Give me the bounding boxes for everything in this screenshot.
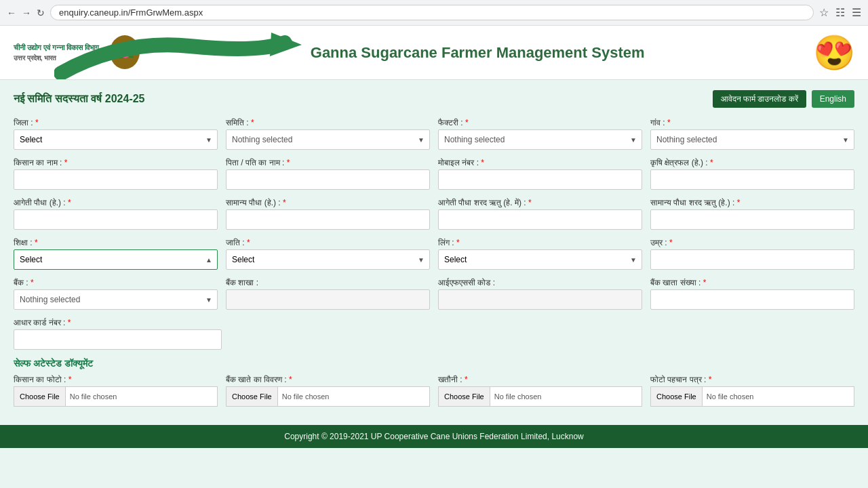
shiksha-label: शिक्षा : * [14,238,218,247]
photo-pehchan-choose-btn[interactable]: Choose File [651,387,703,406]
reload-btn[interactable]: ↻ [37,7,45,18]
shiksha-select[interactable]: Select [14,249,218,270]
aadhar-input[interactable] [14,329,222,350]
kisan-naam-label: किसान का नाम : * [14,158,218,167]
gaon-label: गांव : * [650,118,854,127]
photo-pehchan-label: फोटो पहचान पत्र : * [650,375,854,384]
menu-icon[interactable]: ☰ [852,6,861,19]
ling-select[interactable]: Select [438,249,642,270]
khatauni-label: खतौनी : * [438,375,642,384]
reader-icon[interactable]: ☷ [835,6,845,19]
aadhar-label: आधार कार्ड नंबर : * [14,318,222,327]
form-header: नई समिति सदस्यता वर्ष 2024-25 आवेदन फार्… [14,90,854,108]
umra-group: उम्र : * [650,238,854,270]
gaon-group: गांव : * Nothing selected ▼ [650,118,854,150]
form-row-5: बैंक : * Nothing selected ▼ बैंक शाखा : … [14,278,854,310]
kisan-photo-label: किसान का फोटो : * [14,375,218,384]
ageti-sharad-input[interactable] [438,209,642,230]
mobile-label: मोबाइल नंबर : * [438,158,642,167]
khatauni-choose-btn[interactable]: Choose File [439,387,490,406]
ling-label: लिंग : * [438,238,642,247]
mobile-group: मोबाइल नंबर : * [438,158,642,190]
header-buttons: आवेदन फार्म डाउनलोड करें English [713,90,854,108]
bank-vivaran-file-wrapper: Choose File No file chosen [226,386,430,407]
header: चीनी उद्योग एवं गन्ना विकास विभाग उत्तर … [0,26,868,80]
samanya-sharad-input[interactable] [650,209,854,230]
umra-input[interactable] [650,249,854,270]
footer-text: Copyright © 2019-2021 UP Cooperative Can… [284,432,584,441]
jati-select[interactable]: Select [226,249,430,270]
ageti-sharad-group: आगेती पौधा शरद ऋतु (हे. में) : * [438,198,642,230]
krishi-input[interactable] [650,169,854,190]
krishi-group: कृषि क्षेत्रफल (हे.) : * [650,158,854,190]
english-button[interactable]: English [812,90,854,108]
jati-select-wrapper: Select ▼ [226,249,430,270]
photo-pehchan-file-wrapper: Choose File No file chosen [650,386,854,407]
form-row-6: आधार कार्ड नंबर : * [14,318,854,350]
ifsc-input[interactable] [438,289,642,310]
gaon-select[interactable]: Nothing selected [650,129,854,150]
form-row-7: किसान का फोटो : * Choose File No file ch… [14,375,854,407]
shiksha-group: शिक्षा : * Select ▲ [14,238,218,270]
ifsc-label: आईएफएससी कोड : [438,278,642,287]
pita-naam-label: पिता / पति का नाम : * [226,158,430,167]
download-button[interactable]: आवेदन फार्म डाउनलोड करें [713,90,806,108]
star-icon[interactable]: ☆ [819,6,829,19]
bank-vivaran-choose-btn[interactable]: Choose File [226,387,278,406]
samanya-group: सामान्य पौधा (हे.) : * [226,198,430,230]
krishi-label: कृषि क्षेत्रफल (हे.) : * [650,158,854,167]
ling-group: लिंग : * Select ▼ [438,238,642,270]
factory-label: फैक्टरी : * [438,118,642,127]
back-btn[interactable]: ← [7,7,16,18]
ageti-input[interactable] [14,209,218,230]
samanya-input[interactable] [226,209,430,230]
svg-text:🌺: 🌺 [116,41,135,60]
bank-vivaran-label: बैंक खाते का विवरण : * [226,375,430,384]
khatauni-group: खतौनी : * Choose File No file chosen [438,375,642,407]
org-logo: चीनी उद्योग एवं गन्ना विकास विभाग उत्तर … [14,33,141,73]
samiti-group: समिति : * Nothing selected ▼ [226,118,430,150]
ageti-group: आगेती पौधा (हे.) : * [14,198,218,230]
jila-select-wrapper: Select ▼ [14,129,218,150]
umra-label: उम्र : * [650,238,854,247]
samiti-select[interactable]: Nothing selected [226,129,430,150]
form-row-2: किसान का नाम : * पिता / पति का नाम : * म… [14,158,854,190]
samanya-label: सामान्य पौधा (हे.) : * [226,198,430,207]
bank-select-wrapper: Nothing selected ▼ [14,289,218,310]
form-row-3: आगेती पौधा (हे.) : * सामान्य पौधा (हे.) … [14,198,854,230]
khatauni-filename: No file chosen [490,392,546,401]
factory-group: फैक्टरी : * Nothing selected ▼ [438,118,642,150]
jila-select[interactable]: Select [14,129,218,150]
shiksha-select-wrapper: Select ▲ [14,249,218,270]
form-row-1: जिला : * Select ▼ समिति : * Nothing sele… [14,118,854,150]
org-sub: उत्तर प्रदेश, भारत [14,53,99,63]
bank-shakha-label: बैंक शाखा : [226,278,430,287]
mobile-input[interactable] [438,169,642,190]
forward-btn[interactable]: → [22,7,31,18]
kisan-photo-choose-btn[interactable]: Choose File [14,387,66,406]
pita-naam-input[interactable] [226,169,430,190]
pita-naam-group: पिता / पति का नाम : * [226,158,430,190]
aadhar-group: आधार कार्ड नंबर : * [14,318,222,350]
emblem-icon: 🌺 [108,33,141,70]
factory-select-wrapper: Nothing selected ▼ [438,129,642,150]
kisan-photo-group: किसान का फोटो : * Choose File No file ch… [14,375,218,407]
org-name: चीनी उद्योग एवं गन्ना विकास विभाग [14,42,99,54]
kisan-naam-input[interactable] [14,169,218,190]
samiti-label: समिति : * [226,118,430,127]
factory-select[interactable]: Nothing selected [438,129,642,150]
bank-select[interactable]: Nothing selected [14,289,218,310]
photo-pehchan-group: फोटो पहचान पत्र : * Choose File No file … [650,375,854,407]
address-bar[interactable]: enquiry.caneup.in/FrmGrwMem.aspx [50,5,814,20]
jila-label: जिला : * [14,118,218,127]
footer: Copyright © 2019-2021 UP Cooperative Can… [0,425,868,448]
jati-group: जाति : * Select ▼ [226,238,430,270]
bank-khata-group: बैंक खाता संख्या : * [650,278,854,310]
emoji-avatar: 😍 [814,33,854,73]
jati-label: जाति : * [226,238,430,247]
bank-khata-input[interactable] [650,289,854,310]
bank-khata-label: बैंक खाता संख्या : * [650,278,854,287]
bank-shakha-input[interactable] [226,289,430,310]
kisan-photo-file-wrapper: Choose File No file chosen [14,386,218,407]
samiti-select-wrapper: Nothing selected ▼ [226,129,430,150]
